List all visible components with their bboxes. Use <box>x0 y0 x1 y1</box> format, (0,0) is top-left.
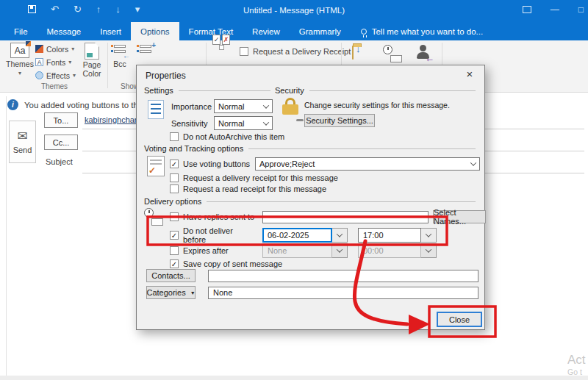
select-names-button[interactable]: Select Names... <box>433 210 486 223</box>
themes-button[interactable]: Aa Themes ▾ <box>6 43 34 76</box>
dialog-title: Properties <box>146 71 186 81</box>
save-sent-item-button[interactable]: ↓ <box>352 46 354 60</box>
send-button[interactable]: ✉ Send <box>9 121 36 163</box>
deliver-date-value[interactable]: 06-02-2025 <box>262 228 332 243</box>
minimize-icon[interactable]: — <box>551 4 559 15</box>
settings-section-header: Settings <box>144 86 270 95</box>
close-button[interactable]: Close <box>437 312 482 327</box>
maximize-icon[interactable]: □ <box>578 4 584 15</box>
info-icon: i <box>7 99 18 110</box>
deliver-date-picker[interactable]: 06-02-2025 <box>262 228 348 243</box>
deliver-time-picker[interactable]: 17:00 <box>358 228 437 243</box>
sensitivity-label: Sensitivity <box>171 119 209 128</box>
categories-button[interactable]: Categories ▼ <box>146 286 196 299</box>
save-copy-checkbox[interactable]: ✓ <box>170 259 179 268</box>
sensitivity-select[interactable]: Normal <box>214 116 273 130</box>
dialog-delivery-receipt-checkbox[interactable] <box>170 173 179 182</box>
autoarchive-row[interactable]: Do not AutoArchive this item <box>170 132 284 141</box>
importance-select[interactable]: Normal <box>214 99 273 113</box>
use-voting-checkbox[interactable]: ✓ <box>170 159 179 168</box>
effects-label: Effects <box>46 71 70 80</box>
sensitivity-row: Sensitivity Normal <box>171 116 273 130</box>
deliver-time-dropdown[interactable] <box>421 228 437 243</box>
tab-grammarly[interactable]: Grammarly <box>290 22 351 40</box>
tab-format-text[interactable]: Format Text <box>179 22 243 40</box>
bcc-button[interactable]: ← Bcc <box>111 43 129 68</box>
window-controls: — □ <box>523 4 584 15</box>
voting-options-combo[interactable]: Approve;Reject <box>255 157 480 171</box>
deliver-date-dropdown[interactable] <box>332 228 348 243</box>
voting-section-header: Voting and Tracking options <box>144 144 476 153</box>
ribbon-tab-row: File Message Insert Options Format Text … <box>0 22 588 40</box>
deliver-time-value[interactable]: 17:00 <box>358 228 421 243</box>
colors-label: Colors <box>46 45 68 54</box>
save-copy-row[interactable]: ✓ Save copy of sent message <box>170 259 282 268</box>
do-not-deliver-checkbox[interactable]: ✓ <box>170 231 179 240</box>
colors-button[interactable]: Colors ▾ <box>35 43 76 54</box>
fonts-label: Fonts <box>46 58 65 67</box>
have-replies-field[interactable] <box>262 211 429 223</box>
bcc-label: Bcc <box>113 60 126 68</box>
activate-windows-watermark: Act Go t <box>567 353 586 376</box>
do-not-deliver-row: ✓ Do not deliver before 06-02-2025 17:00 <box>170 226 437 244</box>
themes-aa-icon: Aa <box>10 43 29 58</box>
window-title: Untitled - Message (HTML) <box>0 6 588 15</box>
send-label: Send <box>13 146 32 154</box>
page-color-icon <box>85 43 99 60</box>
read-receipt-row[interactable]: Request a read receipt for this message <box>170 184 326 193</box>
watermark-line2: Go t <box>567 368 586 376</box>
themes-caret-icon: ▾ <box>18 70 21 76</box>
delivery-receipt-checkbox[interactable] <box>240 47 248 56</box>
tab-options[interactable]: Options <box>131 22 179 40</box>
autoarchive-checkbox[interactable] <box>170 132 179 141</box>
page-color-button[interactable]: Page Color <box>78 43 106 78</box>
window-bottom-edge <box>0 376 588 380</box>
from-button[interactable]: + <box>137 43 154 58</box>
fonts-icon: A <box>35 58 43 66</box>
direct-replies-to-button[interactable]: ← <box>414 45 433 62</box>
categories-value: None <box>213 288 232 297</box>
voting-header-label: Voting and Tracking options <box>144 144 243 153</box>
effects-button[interactable]: Effects ▾ <box>35 70 76 81</box>
themes-small-buttons: Colors ▾ A Fonts ▾ Effects ▾ <box>35 43 76 81</box>
ribbon-display-options-icon[interactable] <box>523 6 531 13</box>
colors-caret-icon: ▾ <box>71 46 74 52</box>
expires-date-dropdown <box>332 243 348 258</box>
request-delivery-receipt-ribbon[interactable]: Request a Delivery Receipt <box>240 47 351 56</box>
tab-file[interactable]: File <box>4 22 37 40</box>
categories-field[interactable]: None <box>208 287 478 299</box>
use-voting-row: ✓ Use voting buttons Approve;Reject <box>170 157 480 171</box>
tab-message[interactable]: Message <box>37 22 91 40</box>
contacts-field[interactable] <box>208 270 478 282</box>
chevron-down-icon <box>263 119 269 125</box>
contacts-button[interactable]: Contacts... <box>146 269 196 282</box>
bcc-field-icon: ← <box>111 43 129 58</box>
send-envelope-icon: ✉ <box>17 130 27 143</box>
tab-review[interactable]: Review <box>243 22 290 40</box>
tab-insert[interactable]: Insert <box>90 22 131 40</box>
expires-after-label: Expires after <box>183 246 258 255</box>
importance-row: Importance Normal <box>171 99 273 113</box>
contacts-row: Contacts... <box>146 269 478 282</box>
expires-time-dropdown <box>421 243 437 258</box>
delivery-receipt-label: Request a Delivery Receipt <box>253 47 351 56</box>
categories-row: Categories ▼ None <box>146 286 478 299</box>
fonts-button[interactable]: A Fonts ▾ <box>35 57 76 68</box>
have-replies-checkbox[interactable] <box>170 212 179 221</box>
delay-delivery-button[interactable] <box>383 45 402 62</box>
cc-button[interactable]: Cc... <box>44 135 78 150</box>
tell-me-box[interactable]: Tell me what you want to do... <box>354 22 491 40</box>
importance-label: Importance <box>171 102 209 111</box>
dialog-close-icon[interactable]: × <box>462 68 477 80</box>
chevron-down-icon <box>470 159 476 165</box>
ribbon-divider <box>107 43 108 88</box>
importance-value: Normal <box>218 102 244 111</box>
security-header-label: Security <box>275 86 304 95</box>
do-not-deliver-label: Do not deliver before <box>183 226 258 244</box>
security-settings-button[interactable]: Security Settings... <box>304 114 375 127</box>
read-receipt-checkbox[interactable] <box>170 184 179 193</box>
delivery-receipt-row[interactable]: Request a delivery receipt for this mess… <box>170 173 338 182</box>
to-button[interactable]: To... <box>44 112 78 128</box>
security-description: Change security settings for this messag… <box>304 101 450 110</box>
expires-after-checkbox[interactable] <box>170 246 179 255</box>
